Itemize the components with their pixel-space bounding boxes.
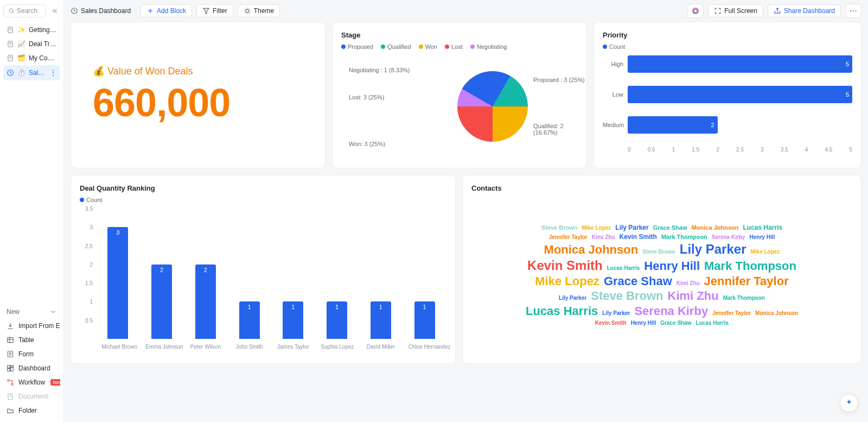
sidebar-item-0[interactable]: ✨Getting Started: [3, 23, 60, 37]
priority-title: Priority: [603, 31, 852, 39]
search-input[interactable]: Search: [3, 4, 46, 17]
sidebar-lower-import[interactable]: Import From E...: [3, 319, 60, 333]
wordcloud-word: Jennifer Taylor: [712, 310, 751, 317]
wordcloud-word: Steve Brown: [642, 249, 675, 256]
pie-label-proposed: Proposed : 3 (25%): [533, 77, 585, 83]
svg-point-36: [853, 10, 854, 11]
priority-category: High: [603, 61, 628, 67]
ranking-legend: Count: [80, 197, 446, 203]
priority-bar: Low5: [603, 86, 852, 103]
sidebar-lower-dashboard[interactable]: Dashboard: [3, 361, 60, 375]
sidebar-lower-folder[interactable]: Folder: [3, 404, 60, 418]
dashboard-title[interactable]: Sales Dashboard: [71, 5, 136, 17]
filter-button[interactable]: Filter: [196, 4, 233, 17]
priority-value: 5: [846, 91, 849, 98]
full-screen-button[interactable]: Full Screen: [708, 4, 763, 17]
nav-label: Deal Tracker: [29, 40, 57, 48]
lower-label: Workflow: [18, 379, 45, 386]
assistant-fab[interactable]: [840, 394, 858, 412]
brand-icon: [691, 7, 700, 15]
ranking-bar: 3: [107, 227, 128, 339]
sidebar-item-2[interactable]: 🗂️My Contacts: [3, 51, 60, 65]
svg-point-32: [246, 9, 249, 12]
add-block-button[interactable]: Add Block: [141, 4, 192, 17]
ranking-value: 3: [116, 229, 119, 236]
document-icon: [7, 393, 14, 400]
priority-legend-label: Count: [609, 43, 625, 50]
priority-bar: High5: [603, 55, 852, 73]
lower-label: Folder: [18, 407, 37, 414]
wordcloud-word: Kevin Smith: [620, 233, 657, 241]
search-icon: [8, 8, 15, 14]
more-icon: [849, 7, 858, 15]
svg-rect-12: [8, 337, 14, 342]
ranking-value: 2: [160, 267, 163, 273]
pie-label-won: Won: 3 (25%): [349, 141, 385, 147]
priority-bar-chart: High5Low5Medium2: [603, 55, 852, 134]
lower-label: Document: [18, 393, 48, 400]
new-label: New: [7, 308, 20, 316]
nav-emoji: ⏱️: [17, 69, 25, 77]
new-section-header[interactable]: New: [3, 305, 60, 319]
ranking-xlabel: Emma Johnson: [145, 344, 178, 350]
ranking-legend-label: Count: [86, 197, 102, 203]
won-deals-card: 💰 Value of Won Deals 660,000: [71, 22, 326, 168]
wordcloud-word: Jennifer Taylor: [549, 234, 588, 241]
share-dashboard-button[interactable]: Share Dashboard: [768, 4, 841, 17]
ranking-xlabel: David Miller: [365, 344, 397, 350]
sidebar-lower-workflow[interactable]: WorkflowNew: [3, 375, 60, 389]
ranking-value: 1: [291, 304, 295, 310]
sidebar-item-1[interactable]: 📈Deal Tracker: [3, 37, 60, 51]
ranking-value: 1: [248, 304, 251, 310]
brand-badge[interactable]: [687, 4, 704, 18]
more-button[interactable]: [845, 4, 861, 18]
svg-point-24: [11, 383, 14, 386]
ranking-xlabel: Chloe Hernandez: [409, 344, 441, 350]
nav-more-icon[interactable]: ⋮: [49, 68, 57, 77]
contacts-card: Contacts Steve BrownMike LopezLily Parke…: [462, 175, 861, 364]
form-icon: [7, 350, 14, 358]
wordcloud-word: Henry Hill: [644, 259, 700, 274]
wordcloud-word: Monica Johnson: [755, 310, 798, 317]
lower-label: Form: [18, 350, 34, 358]
ranking-bar-chart: 3.532.521.510.5 32211111 Michael BrownEm…: [80, 209, 446, 350]
document-icon: [7, 26, 14, 34]
document-icon: [7, 40, 14, 48]
theme-button[interactable]: Theme: [238, 4, 280, 17]
nav-label: My Contacts: [29, 54, 57, 62]
wordcloud-word: Lucas Harris: [526, 304, 598, 319]
sidebar-item-3[interactable]: ⏱️Sales Dashbo...⋮: [3, 65, 60, 80]
wordcloud-word: Kimi Zhu: [592, 234, 615, 241]
ranking-value: 2: [204, 267, 207, 273]
stage-card: Stage ProposedQualifiedWonLostNegotiatin…: [332, 22, 587, 168]
pie-label-qualified: Qualified: 2 (16.67%): [533, 123, 586, 136]
priority-value: 5: [846, 61, 849, 67]
ranking-xlabel: Michael Brown: [101, 344, 134, 350]
wordcloud-word: Jennifer Taylor: [704, 274, 789, 289]
wordcloud-word: Steve Brown: [541, 224, 578, 232]
priority-bar: Medium2: [603, 116, 852, 134]
svg-rect-20: [11, 366, 14, 367]
sidebar-lower-form[interactable]: Form: [3, 347, 60, 361]
legend-item: Won: [419, 43, 437, 50]
priority-category: Low: [603, 91, 628, 98]
wordcloud-word: Serena Kirby: [712, 234, 745, 241]
ranking-value: 1: [379, 304, 382, 310]
chevrons-left-icon: [51, 7, 59, 15]
collapse-sidebar-button[interactable]: [49, 5, 60, 16]
ranking-bar: 1: [371, 301, 391, 339]
sidebar-lower-table[interactable]: Table: [3, 333, 60, 347]
nav-label: Sales Dashbo...: [29, 69, 46, 77]
nav-emoji: ✨: [17, 26, 25, 34]
dashboard-icon: [71, 7, 78, 15]
contacts-wordcloud: Steve BrownMike LopezLily ParkerGrace Sh…: [471, 197, 852, 354]
svg-point-34: [694, 9, 698, 13]
won-deals-title: 💰 Value of Won Deals: [93, 65, 316, 77]
svg-rect-21: [11, 368, 14, 371]
ranking-value: 1: [335, 304, 339, 310]
stage-legend: ProposedQualifiedWonLostNegotiating: [341, 43, 578, 50]
dashboard-icon: [7, 364, 14, 372]
wordcloud-word: Lily Parker: [680, 241, 746, 257]
ranking-bar: 1: [327, 301, 347, 339]
svg-marker-31: [203, 8, 209, 14]
